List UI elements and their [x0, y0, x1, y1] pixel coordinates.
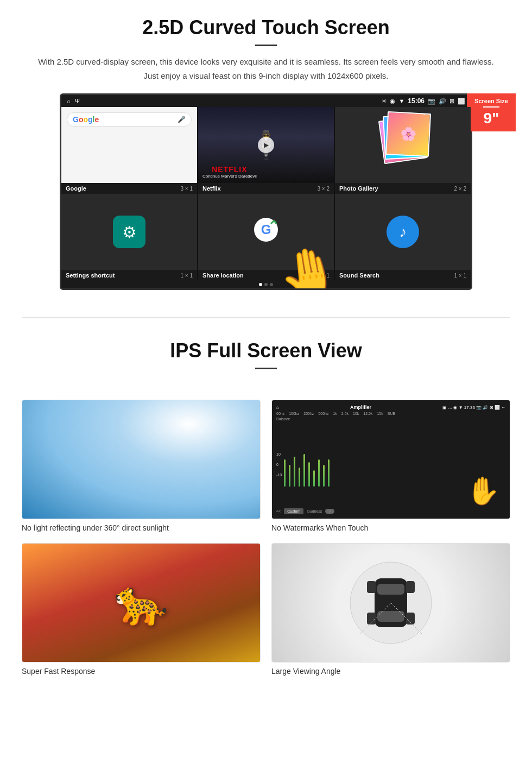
ips-title-divider [255, 368, 277, 369]
nav-dot-1 [259, 283, 262, 286]
section2-title: IPS Full Screen View [33, 339, 499, 362]
amp-slider-3 [294, 457, 295, 487]
cheetah-caption: Super Fast Response [22, 667, 261, 676]
amp-balance: Balance [276, 417, 505, 421]
sunlight-image-box [22, 400, 261, 519]
status-right: ✳ ◉ ▼ 15:06 📷 🔊 ⊠ ⬜ [382, 97, 465, 105]
feature-car: Large Viewing Angle [271, 543, 510, 676]
section1-desc: With 2.5D curved-display screen, this de… [33, 55, 499, 83]
device-screen: ⌂ Ψ ✳ ◉ ▼ 15:06 📷 🔊 ⊠ ⬜ [60, 93, 472, 290]
feature-grid: No light reflecting under 360° direct su… [0, 389, 532, 686]
car-caption: Large Viewing Angle [271, 667, 510, 676]
status-bar: ⌂ Ψ ✳ ◉ ▼ 15:06 📷 🔊 ⊠ ⬜ [61, 95, 471, 107]
amp-y-labels: 10 0 -10 [276, 452, 282, 477]
usb-icon: Ψ [75, 98, 80, 104]
amp-custom-btn: Custom [284, 508, 303, 514]
mic-icon: 🎤 [178, 116, 186, 123]
photo-gallery-inner: 🌸 [335, 107, 471, 183]
nav-dot-3 [270, 283, 273, 286]
amp-status: ▣ … ◉ ▼ 17:33 📷 🔊 ⊠ ⬜ ← [442, 405, 505, 410]
app-grid-row2: ⚙ Settings shortcut 1 × 1 [61, 194, 471, 281]
location-icon: ◉ [390, 98, 395, 105]
status-left: ⌂ Ψ [67, 98, 80, 104]
nav-dot-2 [264, 283, 268, 286]
netflix-overlay: NETFLIX Continue Marvel's Daredevil [202, 165, 257, 179]
amplifier-image: ⌂ Amplifier ▣ … ◉ ▼ 17:33 📷 🔊 ⊠ ⬜ ← 60hz… [272, 400, 510, 519]
cheetah-emoji: 🐆 [114, 577, 168, 628]
photo-app-size: 2 × 2 [454, 186, 466, 192]
car-svg [347, 559, 434, 646]
feature-amplifier: ⌂ Amplifier ▣ … ◉ ▼ 17:33 📷 🔊 ⊠ ⬜ ← 60hz… [271, 400, 510, 532]
car-image [272, 544, 510, 662]
netflix-label-row: Netflix 3 × 2 [198, 183, 334, 194]
photo-card-3: 🌸 [385, 111, 431, 157]
music-note-icon: ♪ [399, 223, 407, 241]
sound-search-cell[interactable]: ♪ Sound Search 1 × 1 [335, 194, 471, 281]
settings-icon-circle: ⚙ [113, 216, 145, 248]
netflix-cell-inner: 🕴 ▶ NETFLIX Continue Marvel's Daredevil [198, 107, 334, 183]
netflix-logo: NETFLIX [202, 165, 257, 174]
amp-slider-9 [323, 465, 325, 487]
svg-rect-8 [367, 581, 376, 593]
close-icon: ⊠ [449, 98, 454, 105]
feature-sunlight: No light reflecting under 360° direct su… [22, 400, 261, 532]
google-cell-inner: Google 🎤 [61, 107, 197, 183]
cheetah-image-box: 🐆 [22, 543, 261, 663]
amp-header: ⌂ Amplifier ▣ … ◉ ▼ 17:33 📷 🔊 ⊠ ⬜ ← [276, 405, 505, 410]
status-time: 15:06 [408, 97, 425, 105]
settings-app-name: Settings shortcut [66, 272, 115, 279]
amp-bottom-row: << Custom loudness ○ [276, 508, 505, 514]
sunlight-caption: No light reflecting under 360° direct su… [22, 523, 261, 532]
photo-gallery-cell[interactable]: 🌸 Photo Gallery 2 × 2 [335, 107, 471, 194]
settings-label-row: Settings shortcut 1 × 1 [61, 270, 197, 281]
netflix-app-size: 3 × 2 [317, 186, 330, 192]
settings-app-cell[interactable]: ⚙ Settings shortcut 1 × 1 [61, 194, 197, 281]
settings-cell-inner: ⚙ [61, 194, 197, 270]
share-app-name: Share location [202, 272, 244, 279]
sound-label-row: Sound Search 1 × 1 [335, 270, 471, 281]
badge-divider [483, 106, 499, 108]
badge-size: 9" [473, 110, 509, 127]
car-image-box [271, 543, 510, 663]
google-logo: Google [73, 115, 99, 124]
page-divider [22, 317, 510, 318]
google-search-bar[interactable]: Google 🎤 [67, 112, 192, 127]
wifi-icon: ▼ [398, 98, 404, 104]
svg-text:G: G [261, 222, 271, 237]
svg-rect-9 [406, 581, 415, 593]
amplifier-image-box: ⌂ Amplifier ▣ … ◉ ▼ 17:33 📷 🔊 ⊠ ⬜ ← 60hz… [271, 400, 510, 519]
share-location-cell[interactable]: G 🤚 Share location 1 × 1 [198, 194, 334, 281]
gear-icon: ⚙ [122, 223, 137, 242]
google-app-size: 3 × 1 [180, 186, 193, 192]
svg-rect-7 [377, 611, 404, 622]
sound-icon-circle: ♪ [387, 216, 419, 248]
feature-cheetah: 🐆 Super Fast Response [22, 543, 261, 676]
netflix-play-button[interactable]: ▶ [258, 137, 274, 153]
amp-slider-5 [303, 454, 305, 487]
share-location-inner: G 🤚 [198, 194, 334, 270]
google-app-cell[interactable]: Google 🎤 Google 3 × 1 [61, 107, 197, 194]
photo-label-row: Photo Gallery 2 × 2 [335, 183, 471, 194]
netflix-app-cell[interactable]: 🕴 ▶ NETFLIX Continue Marvel's Daredevil … [198, 107, 334, 194]
amp-title: Amplifier [350, 405, 371, 410]
sound-app-name: Sound Search [339, 272, 379, 279]
svg-rect-6 [377, 584, 404, 595]
photo-app-name: Photo Gallery [339, 185, 378, 192]
device-mockup: Screen Size 9" ⌂ Ψ ✳ ◉ ▼ 15:06 � [60, 93, 472, 290]
curved-screen-section: 2.5D Curved Touch Screen With 2.5D curve… [0, 0, 532, 301]
nav-dots [61, 281, 471, 288]
bluetooth-icon: ✳ [382, 98, 387, 105]
sound-cell-inner: ♪ [335, 194, 471, 270]
google-app-name: Google [66, 185, 86, 192]
amp-slider-8 [318, 459, 320, 487]
amp-sliders-area: 10 0 -10 [276, 422, 505, 507]
screen-size-badge: Screen Size 9" [467, 93, 516, 131]
amp-slider-6 [308, 462, 310, 487]
ips-section: IPS Full Screen View [0, 334, 532, 389]
amp-home-icon: ⌂ [276, 405, 279, 410]
amp-hand-icon: ✋ [466, 475, 500, 507]
badge-label: Screen Size [473, 98, 509, 104]
maps-icon: G [252, 216, 280, 248]
google-label-row: Google 3 × 1 [61, 183, 197, 194]
section1-title: 2.5D Curved Touch Screen [33, 16, 499, 39]
